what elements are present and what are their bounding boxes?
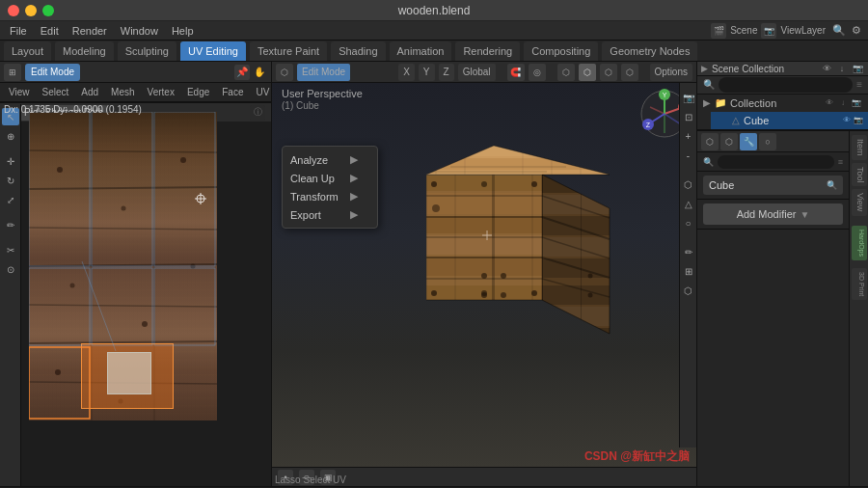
search-icon[interactable]: 🔍 (831, 23, 847, 39)
viewport-z-btn[interactable]: Z (439, 64, 454, 81)
uv-edge-btn[interactable]: Edge (182, 85, 214, 100)
tab-geometry-nodes[interactable]: Geometry Nodes (602, 41, 697, 61)
filter-icon[interactable]: ≡ (856, 79, 862, 90)
uv-edit-mode-btn[interactable]: Edit Mode (25, 64, 80, 81)
tab-modeling[interactable]: Modeling (55, 41, 114, 61)
uv-viewport[interactable] (21, 104, 271, 486)
transform-tool-icon[interactable]: ✛ (2, 152, 19, 170)
wireframe-icon[interactable]: ⬡ (557, 64, 575, 81)
properties-mod-icon[interactable]: 🔧 (740, 133, 757, 150)
viewport-mode-btn[interactable]: Edit Mode (297, 64, 350, 81)
object-name-field[interactable]: Cube 🔍 (703, 176, 843, 195)
tab-sculpting[interactable]: Sculpting (118, 41, 176, 61)
uv-view-btn[interactable]: View (4, 85, 35, 100)
outliner-search-input[interactable] (719, 77, 853, 93)
annotate-tool-icon[interactable]: ✏ (2, 216, 19, 233)
editor-type-icon[interactable]: ⊞ (4, 64, 21, 81)
options-btn[interactable]: Options (650, 64, 692, 81)
viewport-global-btn[interactable]: Global (458, 64, 496, 81)
outliner-view-icon[interactable]: 👁 (820, 62, 833, 75)
view-zoom-in-icon[interactable]: + (680, 127, 697, 145)
ctx-transform[interactable]: Transform ▶ (283, 187, 377, 205)
properties-mat-icon[interactable]: ○ (759, 133, 776, 150)
ctx-export[interactable]: Export ▶ (283, 205, 377, 224)
uv-hand-icon[interactable]: ✋ (252, 65, 267, 80)
uv-vertex-btn[interactable]: Vertex (143, 85, 179, 100)
side-panel-tabs: Item Tool View HardOps 3D Print (849, 131, 868, 486)
viewport-y-btn[interactable]: Y (419, 64, 435, 81)
view-camera-icon[interactable]: 📷 (680, 89, 697, 106)
uv-add-btn[interactable]: Add (76, 85, 103, 100)
uv-pin-icon[interactable]: 📌 (234, 65, 250, 80)
properties-scene-icon[interactable]: ⬡ (701, 133, 719, 150)
view-collection-icon[interactable]: ⬡ (680, 176, 697, 193)
menu-window[interactable]: Window (115, 21, 164, 41)
collection-render-icon[interactable]: 📷 (851, 97, 862, 109)
modifier-dropdown-icon: ▼ (800, 209, 809, 220)
side-tab-view[interactable]: View (852, 189, 867, 215)
outliner-collection[interactable]: ▶ 📁 Collection 👁 ↓ 📷 (697, 95, 868, 112)
view-perspective-icon[interactable]: ⊡ (680, 108, 697, 125)
tab-layout[interactable]: Layout (4, 41, 51, 61)
properties-search-input[interactable] (718, 155, 834, 169)
menu-file[interactable]: File (4, 21, 33, 41)
tab-animation[interactable]: Animation (390, 41, 452, 61)
cube-vis-icon[interactable]: 👁 (841, 115, 853, 126)
properties-obj-icon[interactable]: ⬡ (720, 133, 738, 150)
side-tab-tool[interactable]: Tool (852, 163, 867, 187)
prop-filter-icon[interactable]: ≡ (838, 157, 843, 167)
maximize-button[interactable] (42, 5, 54, 16)
viewport-x-btn[interactable]: X (398, 64, 415, 81)
menu-render[interactable]: Render (67, 21, 113, 41)
uv-pinch-icon[interactable]: ⊙ (2, 260, 19, 278)
scale-tool-icon[interactable]: ⤢ (2, 191, 19, 208)
uv-uv-btn[interactable]: UV (252, 85, 275, 100)
ctx-clean-up[interactable]: Clean Up ▶ (283, 169, 377, 187)
uv-toolbar: ⊞ Edit Mode 📌 ✋ (0, 62, 271, 83)
ctx-analyze[interactable]: Analyze ▶ (283, 150, 377, 169)
solid-shading-icon[interactable]: ⬡ (579, 64, 596, 81)
select-tool-icon[interactable]: ↖ (2, 108, 19, 125)
side-tab-hardops[interactable]: HardOps (852, 226, 867, 260)
side-tab-item[interactable]: Item (852, 135, 867, 160)
tab-compositing[interactable]: Compositing (524, 41, 598, 61)
scene-name[interactable]: Scene (730, 25, 757, 36)
minimize-button[interactable] (25, 5, 37, 16)
outliner-select-icon[interactable]: ↓ (835, 62, 849, 75)
view-measure-icon[interactable]: ⊞ (680, 262, 697, 280)
snap-icon[interactable]: 🧲 (507, 64, 525, 81)
uv-mesh-btn[interactable]: Mesh (106, 85, 139, 100)
proportional-icon[interactable]: ◎ (529, 64, 546, 81)
uv-select-btn[interactable]: Select (38, 85, 74, 100)
rotate-tool-icon[interactable]: ↻ (2, 172, 19, 189)
view-mesh-icon[interactable]: △ (680, 195, 697, 212)
view-xray-icon[interactable]: ⬡ (680, 282, 697, 299)
outliner-cube[interactable]: △ Cube 👁 📷 (711, 112, 868, 129)
collection-sel-icon[interactable]: ↓ (837, 97, 849, 109)
viewport-canvas[interactable]: Analyze ▶ Clean Up ▶ Transform ▶ Export … (272, 83, 696, 467)
tab-shading[interactable]: Shading (331, 41, 385, 61)
view-zoom-out-icon[interactable]: - (680, 147, 697, 164)
tab-texture-paint[interactable]: Texture Paint (250, 41, 327, 61)
menu-edit[interactable]: Edit (35, 21, 65, 41)
uv-face-btn[interactable]: Face (217, 85, 248, 100)
viewport-editor-icon[interactable]: ⬡ (276, 64, 293, 81)
view-material-icon[interactable]: ○ (680, 214, 697, 231)
tab-uv-editing[interactable]: UV Editing (180, 41, 246, 61)
view-annotation-icon[interactable]: ✏ (680, 243, 697, 260)
collection-vis-icon[interactable]: 👁 (824, 97, 835, 109)
add-modifier-btn[interactable]: Add Modifier ▼ (703, 203, 843, 225)
cube-svg (378, 131, 619, 372)
settings-icon[interactable]: ⚙ (849, 23, 864, 39)
cube-render-icon[interactable]: 📷 (853, 115, 864, 126)
close-button[interactable] (8, 5, 19, 16)
render-preview-icon[interactable]: ⬡ (621, 64, 638, 81)
side-tab-3dprint[interactable]: 3D Print (852, 268, 867, 300)
tab-rendering[interactable]: Rendering (455, 41, 520, 61)
menu-help[interactable]: Help (166, 21, 200, 41)
cursor-tool-icon[interactable]: ⊕ (2, 127, 19, 145)
uv-rip-icon[interactable]: ✂ (2, 241, 19, 258)
viewlayer-name[interactable]: ViewLayer (780, 25, 826, 36)
material-preview-icon[interactable]: ⬡ (600, 64, 617, 81)
outliner-render-icon[interactable]: 📷 (851, 62, 864, 75)
